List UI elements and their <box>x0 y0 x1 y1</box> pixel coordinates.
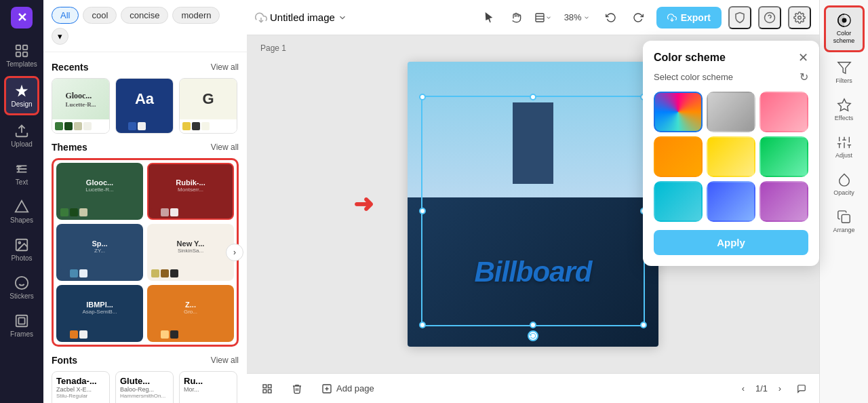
tag-all[interactable]: All <box>52 7 79 24</box>
color-swatch-3[interactable] <box>654 136 703 177</box>
undo-btn[interactable] <box>599 6 623 29</box>
color-swatch-1[interactable] <box>707 92 755 132</box>
theme-card-5[interactable]: Z... Gro... <box>147 285 234 342</box>
recent-card-2[interactable]: G <box>179 78 237 134</box>
sidebar-item-shapes[interactable]: Shapes <box>4 194 39 229</box>
recent-card-1[interactable]: Aa <box>115 78 174 134</box>
sidebar-item-photos[interactable]: Photos <box>4 232 39 267</box>
sidebar-item-text[interactable]: T Text <box>4 156 39 191</box>
font-card-1-sub2: HammersmithOn... <box>120 393 169 399</box>
tag-modern[interactable]: modern <box>172 7 220 24</box>
prev-page-btn[interactable]: ‹ <box>734 379 753 398</box>
canvas-wrapper[interactable]: Billboard ➜ <box>408 62 658 347</box>
themes-section: Themes View all Glooc... Lucette-R... <box>52 142 239 347</box>
svg-text:T: T <box>16 164 22 174</box>
redo-btn[interactable] <box>627 6 650 29</box>
font-card-2-name: Ru... <box>184 376 233 386</box>
color-swatch-7[interactable] <box>707 181 755 222</box>
right-item-adjust[interactable]: Adjust <box>824 130 865 164</box>
help-btn[interactable] <box>758 6 781 29</box>
export-label: Export <box>681 12 711 23</box>
sidebar-item-text-label: Text <box>16 178 28 186</box>
right-item-adjust-label: Adjust <box>835 152 852 159</box>
select-tool-btn[interactable] <box>477 6 500 29</box>
recents-section-header: Recents View all <box>52 62 239 73</box>
right-item-opacity[interactable]: Opacity <box>824 167 865 202</box>
recents-title: Recents <box>52 62 88 73</box>
billboard-text: Billboard <box>474 256 591 288</box>
color-grid <box>654 92 808 222</box>
right-item-filters[interactable]: Filters <box>824 55 865 90</box>
app-logo[interactable]: ✕ <box>9 5 34 30</box>
sidebar-item-stickers[interactable]: Stickers <box>4 270 39 305</box>
topbar-tools: 38% <box>477 6 650 29</box>
right-item-arrange[interactable]: Arrange <box>824 204 865 239</box>
expand-pages-btn[interactable] <box>792 379 811 398</box>
color-swatch-5[interactable] <box>760 136 808 177</box>
color-swatch-4[interactable] <box>707 136 755 177</box>
svg-marker-8 <box>16 201 28 212</box>
font-card-1[interactable]: Glute... Baloo-Reg... HammersmithOn... <box>115 371 174 403</box>
themes-next-btn[interactable]: › <box>226 244 243 261</box>
theme-card-0[interactable]: Glooc... Lucette-R... <box>56 163 143 220</box>
topbar: Untitled image 38% <box>247 0 819 35</box>
themes-view-all[interactable]: View all <box>211 142 239 152</box>
color-swatch-2[interactable] <box>760 92 808 132</box>
popup-close-btn[interactable]: ✕ <box>798 52 808 64</box>
recents-view-all[interactable]: View all <box>211 62 239 72</box>
tag-concise[interactable]: concise <box>121 7 168 24</box>
export-button[interactable]: Export <box>656 7 722 28</box>
svg-point-11 <box>16 277 28 289</box>
document-title[interactable]: Untitled image <box>270 12 335 23</box>
layout-tool-btn[interactable] <box>532 6 555 29</box>
font-card-1-sub: Baloo-Reg... <box>120 386 169 393</box>
left-sidebar: ✕ Templates Design Upload T Text Shapes … <box>0 0 43 403</box>
color-swatch-6[interactable] <box>654 181 703 222</box>
color-swatch-8[interactable] <box>760 181 808 222</box>
delete-btn[interactable] <box>285 379 309 398</box>
grid-view-btn[interactable] <box>255 379 279 398</box>
popup-refresh-btn[interactable]: ↻ <box>800 71 808 83</box>
title-chevron-icon[interactable] <box>338 13 347 22</box>
svg-marker-36 <box>837 62 850 73</box>
color-swatch-0[interactable] <box>654 92 703 132</box>
font-card-2[interactable]: Ru... Mor... <box>179 371 237 403</box>
font-card-0[interactable]: Tenada-... Zacbel X-E... Stilu-Regular <box>52 371 110 403</box>
sidebar-item-templates[interactable]: Templates <box>4 38 39 73</box>
sidebar-item-design[interactable]: Design <box>4 76 39 115</box>
color-scheme-popup: Color scheme ✕ Select color scheme ↻ App… <box>643 41 819 266</box>
right-item-opacity-label: Opacity <box>833 189 854 196</box>
right-item-color-scheme-label: Color scheme <box>829 30 860 45</box>
hand-tool-btn[interactable] <box>505 6 528 29</box>
theme-card-2[interactable]: Sp... ZY... <box>56 224 143 281</box>
svg-rect-5 <box>23 52 27 56</box>
svg-rect-2 <box>16 45 20 50</box>
recent-card-0[interactable]: Glooc... Lucette-R... <box>52 78 110 134</box>
svg-rect-14 <box>16 315 28 327</box>
sidebar-item-upload[interactable]: Upload <box>4 118 39 153</box>
right-item-color-scheme[interactable]: Color scheme <box>824 5 865 52</box>
theme-card-3[interactable]: New Y... SinkinSa... <box>147 224 234 281</box>
cloud-icon <box>255 12 267 24</box>
svg-rect-4 <box>16 52 20 56</box>
theme-card-1[interactable]: Rubik-... Montserr... <box>147 163 234 220</box>
canvas-billboard: Billboard <box>408 197 658 347</box>
sidebar-item-design-label: Design <box>11 100 32 108</box>
zoom-control[interactable]: 38% <box>559 9 595 25</box>
font-card-2-sub: Mor... <box>184 386 233 393</box>
sidebar-item-frames[interactable]: Frames <box>4 308 39 343</box>
bottom-bar: Add page ‹ 1/1 › <box>247 373 819 403</box>
canvas-frame: Billboard <box>408 62 658 347</box>
settings-btn[interactable] <box>788 6 811 29</box>
shield-btn[interactable] <box>728 6 751 29</box>
themes-highlight: Glooc... Lucette-R... Rubik-... Montser <box>52 158 239 347</box>
tag-more[interactable]: ▾ <box>52 28 68 45</box>
right-item-effects[interactable]: Effects <box>824 92 865 127</box>
font-card-1-name: Glute... <box>120 376 169 386</box>
fonts-view-all[interactable]: View all <box>211 356 239 365</box>
tag-cool[interactable]: cool <box>83 7 117 24</box>
next-page-btn[interactable]: › <box>770 379 789 398</box>
theme-card-4[interactable]: IBMPl... Asap-SemiB... <box>56 285 143 342</box>
add-page-btn[interactable]: Add page <box>315 379 381 398</box>
apply-button[interactable]: Apply <box>654 230 808 255</box>
